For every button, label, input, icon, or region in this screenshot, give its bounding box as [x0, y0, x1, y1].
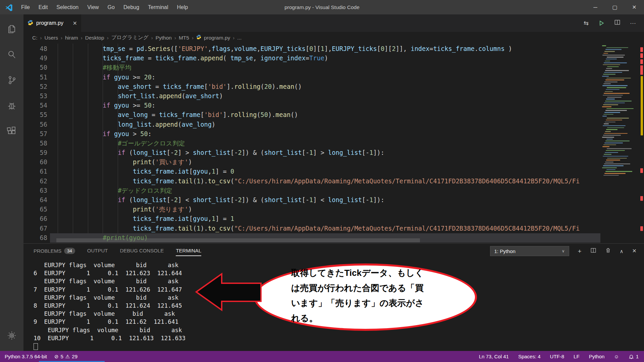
code-line[interactable]: 62 ticks_frame.tail(1).to_csv("C:/Users/…	[23, 177, 600, 186]
python-interpreter-status[interactable]: Python 3.7.5 64-bit	[5, 354, 47, 359]
breadcrumb-segment[interactable]: MT5	[179, 35, 189, 41]
breadcrumb-segment[interactable]: Users	[45, 35, 58, 41]
tab-output[interactable]: OUTPUT	[87, 248, 108, 256]
explorer-icon[interactable]	[0, 18, 23, 40]
tab-program-py[interactable]: program.py ✕	[23, 14, 81, 32]
breadcrumb-segment[interactable]: program.py	[204, 35, 230, 41]
more-actions-icon[interactable]: ···	[630, 20, 636, 27]
code-editor[interactable]: 48 tmp_se = pd.Series(['EURJPY',flags,vo…	[23, 44, 644, 243]
minimap[interactable]	[601, 45, 639, 180]
split-terminal-icon[interactable]	[590, 247, 596, 255]
line-number[interactable]: 59	[23, 148, 47, 158]
code-line[interactable]: 65 print('売ります')	[23, 205, 600, 214]
indentation-status[interactable]: Spaces: 4	[518, 354, 541, 359]
line-number[interactable]: 61	[23, 167, 47, 176]
breadcrumb-segment[interactable]: プログラミング	[111, 34, 149, 41]
line-number[interactable]: 51	[23, 73, 47, 82]
line-number[interactable]: 60	[23, 158, 47, 167]
chevron-right-icon: ›	[40, 35, 42, 41]
split-editor-icon[interactable]	[614, 19, 621, 27]
new-terminal-icon[interactable]: +	[578, 248, 582, 254]
close-panel-icon[interactable]: ✕	[632, 248, 637, 254]
line-number[interactable]: 58	[23, 139, 47, 148]
line-number[interactable]: 48	[23, 44, 47, 54]
menu-go[interactable]: Go	[103, 0, 119, 14]
tab-debug-console[interactable]: DEBUG CONSOLE	[120, 248, 164, 256]
line-number[interactable]: 62	[23, 177, 47, 186]
code-line[interactable]: 52 ave_short = ticks_frame['bid'].rollin…	[23, 82, 600, 92]
terminal-selector[interactable]: 1: Python ∨	[490, 246, 569, 256]
tab-problems[interactable]: PROBLEMS 34	[34, 248, 75, 257]
eol-status[interactable]: LF	[574, 354, 580, 359]
kill-terminal-icon[interactable]	[605, 247, 611, 255]
code-line[interactable]: 67 ticks_frame.tail(1).to_csv("C:/Users/…	[23, 224, 600, 233]
feedback-smiley-icon[interactable]: ☺	[614, 354, 619, 359]
maximize-panel-icon[interactable]: ∧	[620, 249, 624, 254]
line-number[interactable]: 65	[23, 205, 47, 214]
code-line[interactable]: 64 if (long_list[-2] < short_list[-2]) &…	[23, 195, 600, 205]
cursor-position-status[interactable]: Ln 73, Col 41	[479, 354, 509, 359]
debug-icon[interactable]	[0, 95, 23, 116]
breadcrumb-segment[interactable]: Desktop	[85, 35, 104, 41]
menu-selection[interactable]: Selection	[52, 0, 83, 14]
line-number[interactable]: 50	[23, 63, 47, 72]
code-line[interactable]: 55 ave_long = ticks_frame['bid'].rolling…	[23, 110, 600, 120]
menu-help[interactable]: Help	[173, 0, 193, 14]
line-number[interactable]: 64	[23, 195, 47, 205]
problems-status[interactable]: ⊘ 5 ⚠ 29	[54, 354, 77, 360]
breadcrumb-segment[interactable]: hiram	[65, 35, 78, 41]
encoding-status[interactable]: UTF-8	[550, 354, 565, 359]
extensions-icon[interactable]	[0, 120, 23, 142]
breadcrumb-segment[interactable]: C:	[32, 35, 38, 41]
warning-icon: ⚠	[65, 354, 70, 360]
line-number[interactable]: 55	[23, 110, 47, 120]
error-count: 5	[61, 354, 63, 359]
code-line[interactable]: 63 #デッドクロス判定	[23, 186, 600, 195]
terminal-output[interactable]: EURJPY flags volume bid ask6 EURJPY 1 0.…	[23, 261, 185, 350]
run-icon[interactable]	[598, 20, 605, 26]
terminal-line: 8 EURJPY 1 0.1 121.624 121.645	[34, 302, 185, 310]
code-line[interactable]: 61 ticks_frame.iat[gyou,1] = 0	[23, 167, 600, 176]
line-number[interactable]: 67	[23, 224, 47, 233]
minimize-icon[interactable]: ─	[586, 0, 605, 14]
line-number[interactable]: 66	[23, 214, 47, 224]
source-control-icon[interactable]	[0, 69, 23, 91]
language-mode-status[interactable]: Python	[589, 354, 605, 359]
breadcrumb-segment[interactable]: Python	[156, 35, 172, 41]
code-line[interactable]: 57 if gyou > 50:	[23, 129, 600, 139]
code-line[interactable]: 54 if gyou >= 50:	[23, 101, 600, 110]
breadcrumb-segment[interactable]: ...	[237, 35, 241, 41]
code-line[interactable]: 58 #ゴールデンクロス判定	[23, 139, 600, 148]
line-number[interactable]: 54	[23, 101, 47, 110]
code-line[interactable]: 60 print('買います')	[23, 158, 600, 167]
code-line[interactable]: 59 if (long_list[-2] > short_list[-2]) &…	[23, 148, 600, 158]
maximize-icon[interactable]: ▢	[605, 0, 625, 14]
line-number[interactable]: 68	[23, 233, 47, 243]
code-line[interactable]: 66 ticks_frame.iat[gyou,1] = 1	[23, 214, 600, 224]
line-number[interactable]: 63	[23, 186, 47, 195]
menu-edit[interactable]: Edit	[34, 0, 52, 14]
line-number[interactable]: 52	[23, 82, 47, 92]
tab-close-icon[interactable]: ✕	[73, 20, 77, 26]
code-line[interactable]: 56 long_list.append(ave_long)	[23, 120, 600, 129]
notifications-bell[interactable]: 1	[629, 354, 639, 359]
code-line[interactable]: 50 #移動平均	[23, 63, 600, 72]
menu-terminal[interactable]: Terminal	[144, 0, 172, 14]
close-icon[interactable]: ✕	[625, 0, 644, 14]
menu-view[interactable]: View	[83, 0, 103, 14]
code-line[interactable]: 49 ticks_frame = ticks_frame.append( tmp…	[23, 54, 600, 63]
line-number[interactable]: 53	[23, 92, 47, 101]
code-line[interactable]: 48 tmp_se = pd.Series(['EURJPY',flags,vo…	[23, 44, 600, 54]
menu-debug[interactable]: Debug	[119, 0, 144, 14]
code-line[interactable]: 53 short_list.append(ave_short)	[23, 92, 600, 101]
open-changes-icon[interactable]: ⇆	[584, 19, 589, 27]
line-number[interactable]: 57	[23, 129, 47, 139]
horizontal-scrollbar[interactable]	[56, 238, 420, 242]
line-number[interactable]: 56	[23, 120, 47, 129]
menu-file[interactable]: File	[17, 0, 34, 14]
tab-terminal[interactable]: TERMINAL	[176, 248, 201, 256]
search-icon[interactable]	[0, 44, 23, 65]
line-number[interactable]: 49	[23, 54, 47, 63]
code-line[interactable]: 51 if gyou >= 20:	[23, 73, 600, 82]
settings-gear-icon[interactable]	[0, 325, 23, 346]
